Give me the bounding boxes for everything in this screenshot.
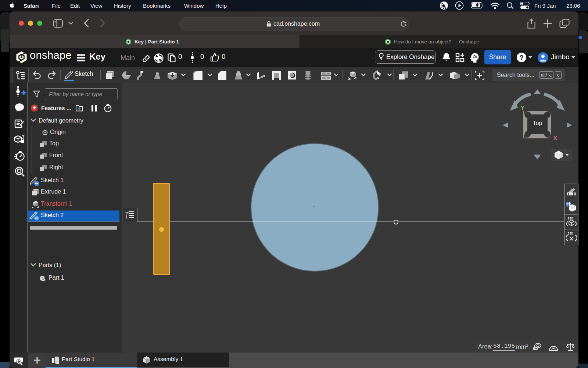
svg-text:?: ?: [519, 54, 524, 61]
